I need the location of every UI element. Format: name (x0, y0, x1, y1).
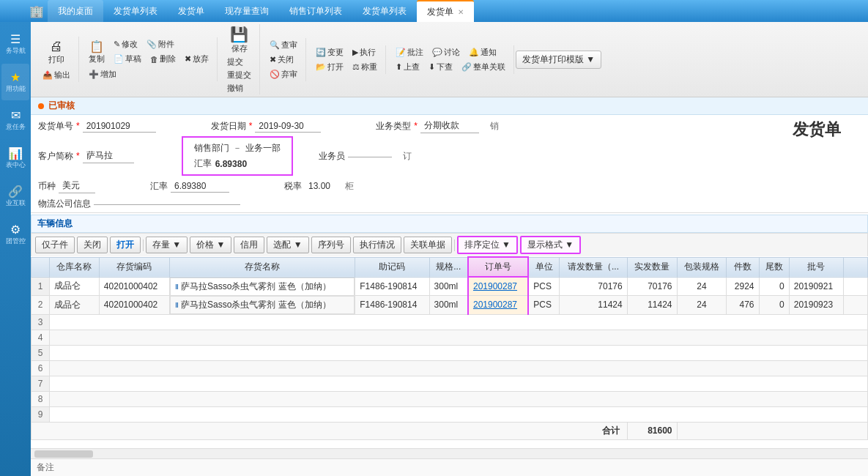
audit-button[interactable]: 🔍查审 (266, 38, 301, 52)
link-all-button[interactable]: 🔗整单关联 (458, 60, 509, 74)
sidebar-item-internet[interactable]: 🔗 业互联 (1, 178, 29, 215)
sort-locate-dropdown[interactable]: 排序定位 ▼ (457, 236, 518, 254)
cell-extra (843, 296, 867, 315)
cell-pieces: 2924 (727, 277, 759, 296)
cell-tail: 0 (759, 277, 789, 296)
link-all-icon: 🔗 (461, 62, 472, 72)
sidebar-item-group[interactable]: ⚙ 团管控 (1, 216, 29, 253)
business-type-field: 业务类型 * 分期收款 (376, 119, 479, 133)
cell-extra (843, 277, 867, 296)
flag-icon-2: Ⅱ (175, 301, 179, 309)
copy-button[interactable]: 📋 复制 (85, 37, 108, 67)
tab-inventory-query[interactable]: 现存量查询 (215, 0, 279, 22)
output-button[interactable]: 📤 输出 (39, 68, 74, 82)
discuss-button[interactable]: 💬讨论 (429, 45, 464, 59)
sidebar-item-tasks[interactable]: ✉ 意任务 (1, 102, 29, 138)
order-no-field: 发货单号 * 201901029 (38, 120, 156, 133)
cell-requested-qty: 70176 (560, 277, 627, 296)
open-button[interactable]: 📂打开 (312, 60, 347, 74)
edit-icon: ✎ (114, 40, 120, 49)
separator-2 (454, 239, 455, 251)
attachment-button[interactable]: 📎附件 (143, 37, 178, 51)
exchange-rate-inline-field: 汇率 6.89380 (150, 180, 229, 193)
cell-spec: 300ml (429, 296, 468, 315)
discard-button[interactable]: ✖放弃 (181, 52, 212, 66)
discuss-icon: 💬 (432, 48, 442, 57)
draft-button[interactable]: 📄草稿 (110, 52, 145, 66)
display-format-dropdown[interactable]: 显示格式 ▼ (520, 236, 581, 254)
execution-dropdown[interactable]: 执行情况 (353, 237, 401, 253)
selection-dropdown[interactable]: 选配 ▼ (267, 237, 308, 253)
down-button[interactable]: ⬇下查 (425, 60, 456, 74)
table-row: 1 成品仑 40201000402 Ⅱ 萨马拉Sasso杀虫气雾剂 蓝色（加纳）… (31, 277, 868, 296)
credit-dropdown[interactable]: 信用 (234, 237, 264, 253)
delete-icon: 🗑 (150, 55, 158, 64)
save-button[interactable]: 💾 发货单号 保存 (224, 24, 254, 56)
customer-field: 客户简称 * 萨马拉 (38, 149, 134, 163)
attachment-icon: 📎 (146, 40, 157, 49)
inventory-dropdown[interactable]: 存量 ▼ (146, 237, 188, 253)
tab-sales-order-list[interactable]: 销售订单列表 (279, 0, 352, 22)
tab-current-shipment[interactable]: 发货单 ✕ (417, 0, 474, 22)
sidebar-item-nav[interactable]: ☰ 务导航 (1, 26, 29, 62)
delete-button[interactable]: 🗑删除 (146, 52, 179, 66)
cell-order-no[interactable]: 201900287 (468, 296, 528, 315)
audit-icon: 🔍 (270, 40, 280, 50)
add-button[interactable]: ➕增加 (85, 67, 212, 81)
close-order-button[interactable]: ✖关闭 (266, 53, 301, 67)
col-unit: 单位 (528, 257, 559, 277)
cell-memo: F1486-190814 (355, 296, 429, 315)
tab-close-icon[interactable]: ✕ (458, 8, 464, 16)
discard-audit-button[interactable]: 🚫弃审 (266, 67, 301, 81)
grid-open-button[interactable]: 打开 (110, 237, 141, 253)
order-col-label: 订 (403, 150, 412, 163)
cell-pieces: 476 (727, 296, 759, 315)
cell-package-spec: 24 (677, 277, 727, 296)
discard-icon: ✖ (185, 54, 191, 64)
table-row: 7 (31, 376, 868, 391)
submit-button[interactable]: 提交 (223, 56, 255, 68)
change-button[interactable]: 🔄变更 (312, 45, 347, 59)
tax-rate-field: 税率 13.00 (284, 180, 334, 193)
print-button[interactable]: 🖨 打印 (39, 37, 74, 67)
up-button[interactable]: ⬆上查 (392, 60, 423, 74)
cell-order-no[interactable]: 201900287 (468, 277, 528, 296)
serial-dropdown[interactable]: 序列号 (311, 237, 351, 253)
business-type-value: 分期收款 (420, 119, 479, 133)
related-docs-dropdown[interactable]: 关联单据 (404, 237, 452, 253)
print-template-dropdown[interactable]: 发货单打印模版 ▼ (516, 51, 601, 69)
edit-button[interactable]: ✎修改 (110, 37, 141, 51)
col-requested-qty: 请发数量（... (560, 257, 627, 277)
cell-memo: F1486-190814 (355, 277, 429, 296)
table-row: 3 (31, 314, 868, 330)
app-logo: 🏢 (26, 0, 48, 22)
col-spec: 规格... (429, 257, 468, 277)
subitem-only-button[interactable]: 仅子件 (35, 237, 75, 253)
salesperson-value (348, 155, 392, 157)
table-row: 6 (31, 360, 868, 376)
revoke-button[interactable]: 撤销 (223, 82, 255, 94)
cell-row-num: 1 (31, 277, 50, 296)
grid-close-button[interactable]: 关闭 (77, 237, 108, 253)
total-actual-qty: 81600 (627, 422, 677, 439)
resubmit-button[interactable]: 重提交 (223, 69, 255, 81)
tab-desktop[interactable]: 我的桌面 (48, 0, 103, 22)
tab-shipment-list-1[interactable]: 发货单列表 (103, 0, 168, 22)
cell-package-spec: 24 (677, 296, 727, 315)
execute-button[interactable]: ▶执行 (349, 45, 379, 59)
horizontal-scrollbar[interactable] (34, 450, 93, 458)
price-dropdown[interactable]: 价格 ▼ (190, 237, 231, 253)
col-storage-code: 存货编码 (99, 257, 169, 277)
tab-shipment-list-2[interactable]: 发货单列表 (352, 0, 417, 22)
col-pieces: 件数 (727, 257, 759, 277)
cell-storage-name: Ⅱ 萨马拉Sasso杀虫气雾剂 蓝色（加纳） (170, 278, 355, 296)
tax-rate-value: 13.00 (305, 180, 334, 192)
annotate-button[interactable]: 📝批注 (392, 45, 427, 59)
notify-button[interactable]: 🔔通知 (465, 45, 500, 59)
storage-col-label: 柜 (345, 180, 354, 193)
weigh-button[interactable]: ⚖称重 (349, 60, 381, 74)
up-icon: ⬆ (396, 62, 402, 72)
tab-shipment[interactable]: 发货单 (168, 0, 215, 22)
sidebar-item-function[interactable]: ★ 用功能 (1, 64, 29, 100)
sidebar-item-reports[interactable]: 📊 表中心 (1, 140, 29, 176)
